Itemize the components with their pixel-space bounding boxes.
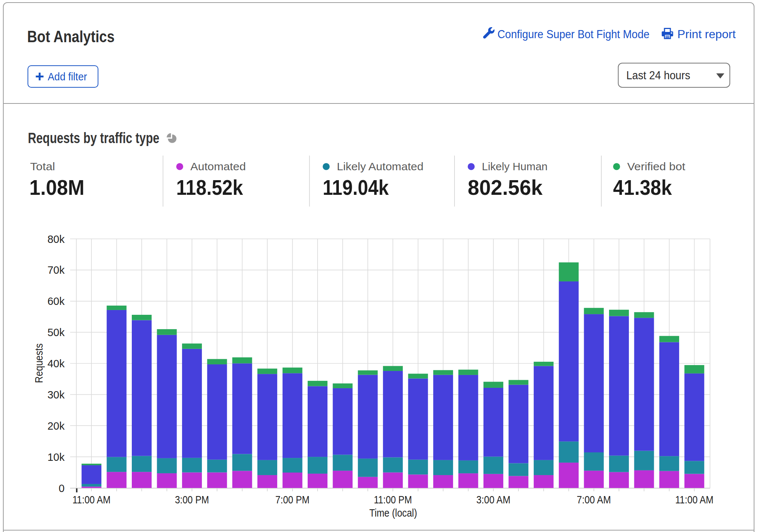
- svg-text:Likely Human: Likely Human: [482, 160, 548, 172]
- svg-text:11:00 PM: 11:00 PM: [374, 493, 412, 506]
- svg-text:Time (local): Time (local): [369, 507, 417, 519]
- svg-text:Automated: Automated: [191, 160, 246, 172]
- svg-text:Likely Automated: Likely Automated: [337, 160, 424, 172]
- svg-text:30k: 30k: [47, 389, 65, 401]
- svg-text:Verified bot: Verified bot: [627, 160, 686, 172]
- svg-text:41.38k: 41.38k: [613, 175, 672, 199]
- svg-text:11:00 AM: 11:00 AM: [675, 493, 713, 506]
- svg-text:7:00 AM: 7:00 AM: [577, 493, 611, 506]
- svg-text:Add filter: Add filter: [48, 70, 87, 83]
- svg-text:50k: 50k: [47, 327, 65, 338]
- svg-text:1.08M: 1.08M: [29, 175, 84, 199]
- svg-text:3:00 AM: 3:00 AM: [476, 493, 510, 506]
- svg-text:60k: 60k: [47, 295, 65, 307]
- svg-text:Requests: Requests: [33, 343, 45, 383]
- svg-text:70k: 70k: [47, 264, 65, 276]
- svg-text:80k: 80k: [47, 233, 65, 245]
- svg-text:7:00 PM: 7:00 PM: [275, 493, 309, 506]
- svg-text:Last 24 hours: Last 24 hours: [626, 69, 690, 82]
- svg-text:Print report: Print report: [677, 28, 736, 41]
- svg-text:119.04k: 119.04k: [323, 175, 389, 199]
- svg-text:20k: 20k: [47, 420, 65, 432]
- svg-text:Total: Total: [30, 160, 55, 172]
- svg-text:40k: 40k: [47, 358, 65, 369]
- svg-text:118.52k: 118.52k: [176, 175, 243, 199]
- svg-text:10k: 10k: [47, 451, 65, 463]
- svg-text:Configure Super Bot Fight Mode: Configure Super Bot Fight Mode: [497, 28, 649, 41]
- svg-text:Requests by traffic type: Requests by traffic type: [28, 130, 159, 146]
- svg-text:802.56k: 802.56k: [468, 175, 543, 199]
- svg-text:11:00 AM: 11:00 AM: [72, 493, 111, 506]
- svg-text:3:00 PM: 3:00 PM: [175, 493, 209, 506]
- svg-text:Bot Analytics: Bot Analytics: [27, 28, 115, 45]
- svg-text:0: 0: [59, 482, 65, 494]
